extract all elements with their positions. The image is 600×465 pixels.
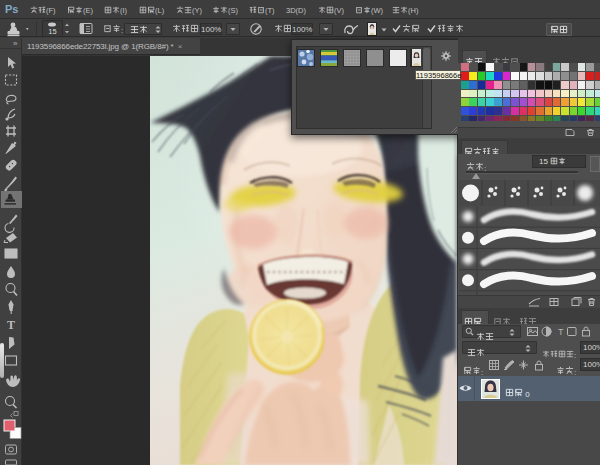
svg-text:T: T [7, 318, 15, 332]
svg-text:»: » [13, 39, 18, 48]
svg-text:T: T [558, 327, 564, 337]
